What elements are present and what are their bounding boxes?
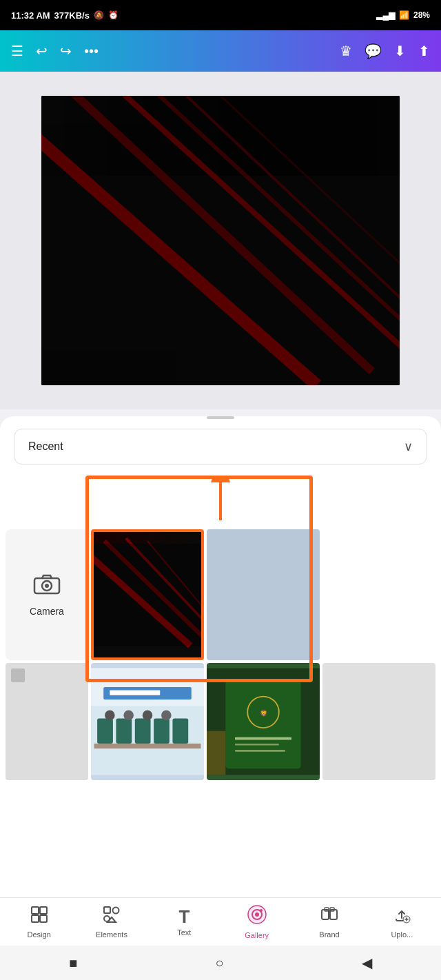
chevron-down-icon: ∨ (404, 439, 413, 454)
dropdown-row: Recent ∨ (0, 429, 441, 476)
svg-rect-23 (135, 718, 151, 743)
signal-icon: ▂▄▆ (376, 10, 395, 20)
nav-item-gallery[interactable]: Gallery (220, 901, 293, 943)
time: 11:32 AM (11, 10, 50, 21)
back-button[interactable]: ◀ (362, 955, 372, 971)
comment-icon[interactable]: 💬 (365, 43, 382, 59)
svg-point-46 (112, 907, 119, 913)
gallery-grid-row2: 🦁 (0, 660, 441, 849)
network-speed: 377KB/s (54, 10, 90, 21)
nav-item-text[interactable]: T Text (148, 904, 220, 941)
battery: 28% (413, 10, 430, 20)
svg-rect-21 (97, 718, 113, 743)
text-icon: T (178, 908, 189, 926)
svg-rect-26 (94, 744, 201, 748)
bottom-nav: Design Elements T Text Ga (0, 897, 441, 946)
more-icon[interactable]: ••• (84, 43, 99, 59)
wifi-icon: 📶 (399, 10, 409, 20)
toolbar-right: ♛ 💬 ⬇ ⬆ (340, 43, 430, 59)
menu-icon[interactable]: ☰ (11, 43, 23, 59)
svg-point-31 (143, 711, 153, 721)
nav-item-brand[interactable]: Brand (293, 901, 365, 943)
svg-point-30 (123, 711, 134, 721)
system-nav: ■ ○ ◀ (0, 946, 441, 980)
svg-point-52 (255, 912, 259, 917)
alarm-icon: ⏰ (108, 10, 119, 20)
partial-thumb[interactable] (207, 529, 320, 660)
crown-icon[interactable]: ♛ (340, 43, 352, 59)
gallery-grid-row1: Camera (0, 529, 441, 660)
orange-arrow-icon (200, 476, 241, 524)
elements-label: Elements (96, 930, 127, 939)
svg-rect-24 (154, 718, 170, 743)
recent-dropdown[interactable]: Recent ∨ (14, 429, 427, 465)
passport-thumb[interactable]: 🦁 (207, 663, 320, 780)
status-right: ▂▄▆ 📶 28% (376, 10, 430, 20)
svg-rect-42 (40, 907, 47, 914)
nav-item-upload[interactable]: Uplo... (366, 901, 438, 943)
svg-point-53 (260, 909, 263, 912)
upload-label: Uplo... (391, 930, 413, 939)
svg-rect-20 (91, 668, 204, 706)
svg-rect-18 (94, 544, 201, 646)
toolbar: ☰ ↩ ↪ ••• ♛ 💬 ⬇ ⬆ (0, 30, 441, 72)
download-icon[interactable]: ⬇ (394, 43, 406, 59)
gallery-icon (247, 905, 267, 928)
brand-icon (320, 906, 338, 928)
svg-rect-7 (41, 96, 400, 385)
design-icon (30, 906, 48, 928)
svg-rect-44 (40, 915, 47, 922)
svg-rect-48 (104, 916, 110, 921)
camera-label: Camera (30, 606, 64, 617)
camera-cell[interactable]: Camera (6, 529, 88, 660)
svg-point-12 (45, 584, 49, 588)
nav-item-elements[interactable]: Elements (75, 901, 147, 943)
mute-icon: 🔕 (94, 10, 104, 20)
svg-rect-39 (235, 750, 285, 752)
brand-label: Brand (319, 930, 339, 939)
svg-rect-34 (225, 681, 300, 769)
selected-gallery-thumb[interactable] (91, 529, 204, 660)
meeting-room-thumb[interactable] (91, 663, 204, 780)
svg-rect-28 (110, 690, 160, 695)
undo-icon[interactable]: ↩ (36, 43, 48, 59)
arrow-hint (0, 476, 441, 524)
svg-rect-43 (32, 915, 39, 922)
nav-item-design[interactable]: Design (3, 901, 75, 943)
svg-point-29 (105, 711, 115, 721)
text-label: Text (177, 928, 191, 937)
elements-icon (103, 906, 121, 928)
svg-rect-37 (235, 737, 291, 740)
camera-icon (33, 573, 61, 600)
svg-text:🦁: 🦁 (260, 709, 268, 717)
gallery-label: Gallery (245, 931, 269, 939)
canvas-area (0, 72, 441, 409)
toolbar-left: ☰ ↩ ↪ ••• (11, 43, 99, 59)
svg-point-32 (161, 711, 172, 721)
svg-rect-40 (207, 731, 225, 775)
svg-rect-25 (172, 718, 188, 743)
svg-rect-41 (32, 907, 39, 914)
share-icon[interactable]: ⬆ (418, 43, 430, 59)
upload-icon (393, 906, 411, 928)
dropdown-label: Recent (28, 440, 63, 453)
svg-rect-22 (116, 718, 132, 743)
svg-rect-45 (104, 907, 110, 913)
recents-button[interactable]: ■ (69, 955, 77, 971)
bottom-panel: Recent ∨ (0, 416, 441, 899)
dark-red-thumb-image (94, 532, 201, 657)
svg-rect-38 (235, 744, 279, 746)
canvas-svg (41, 96, 400, 385)
gallery-container: Camera (0, 476, 441, 849)
panel-handle[interactable] (207, 416, 234, 419)
status-left: 11:32 AM 377KB/s 🔕 ⏰ (11, 10, 119, 21)
redo-icon[interactable]: ↪ (60, 43, 72, 59)
partial-thumb-2[interactable] (322, 663, 435, 780)
placeholder-thumb-small[interactable] (6, 663, 88, 780)
canvas-image (41, 96, 400, 385)
status-bar: 11:32 AM 377KB/s 🔕 ⏰ ▂▄▆ 📶 28% (0, 0, 441, 30)
home-button[interactable]: ○ (215, 955, 223, 971)
design-label: Design (28, 930, 51, 939)
